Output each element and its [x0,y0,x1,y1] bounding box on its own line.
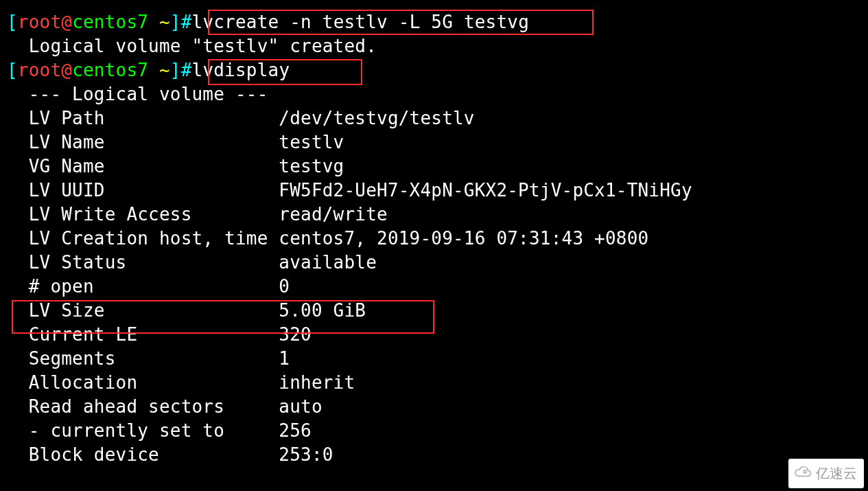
lv-label: Current LE [7,324,279,345]
lv-row: LV Size 5.00 GiB [7,300,366,321]
prompt-line-2: [root@centos7 ~]#lvdisplay [7,60,290,80]
lv-row: LV Path /dev/testvg/testlv [7,108,475,128]
lv-label: LV Write Access [7,204,279,225]
lv-row: Allocation inherit [7,372,355,393]
lv-value: /dev/testvg/testlv [279,108,474,128]
lv-value: 5.00 GiB [279,300,366,321]
prompt-user: root [18,60,61,80]
terminal-output[interactable]: [root@centos7 ~]#lvcreate -n testlv -L 5… [0,0,868,474]
prompt-at: @ [61,12,72,32]
prompt-hash: # [181,12,192,32]
watermark-badge: 亿速云 [788,459,864,488]
lv-value: FW5Fd2-UeH7-X4pN-GKX2-PtjV-pCx1-TNiHGy [279,180,692,201]
lv-row: Block device 253:0 [7,444,333,465]
lv-row: Segments 1 [7,348,290,369]
lv-value: testvg [279,156,344,176]
lv-value: available [279,252,377,273]
prompt-line-1: [root@centos7 ~]#lvcreate -n testlv -L 5… [7,12,529,32]
prompt-at: @ [61,60,72,80]
lv-label: LV UUID [7,180,279,201]
lv-row: LV UUID FW5Fd2-UeH7-X4pN-GKX2-PtjV-pCx1-… [7,180,692,201]
lv-label: LV Size [7,300,279,321]
lv-value: centos7, 2019-09-16 07:31:43 +0800 [279,228,648,249]
prompt-space [148,60,159,80]
lv-label: Allocation [7,372,279,393]
command-lvdisplay: lvdisplay [192,60,290,80]
prompt-path: ~ [159,12,170,32]
prompt-host: centos7 [72,12,148,32]
lv-value: 0 [279,276,290,297]
lv-value: read/write [279,204,388,225]
lv-label: Read ahead sectors [7,396,279,417]
lv-row: VG Name testvg [7,156,344,176]
lv-value: auto [279,396,322,417]
lv-row: LV Name testlv [7,132,344,152]
lv-value: inherit [279,372,355,393]
lv-value: 253:0 [279,444,333,465]
lv-label: Block device [7,444,279,465]
svg-point-0 [804,470,806,473]
prompt-close-bracket: ] [170,60,181,80]
prompt-path: ~ [159,60,170,80]
lv-row: LV Write Access read/write [7,204,388,225]
lv-row: - currently set to 256 [7,420,312,441]
lv-label: LV Creation host, time [7,228,279,249]
prompt-close-bracket: ] [170,12,181,32]
lv-label: LV Name [7,132,279,152]
lv-row: LV Creation host, time centos7, 2019-09-… [7,228,648,249]
prompt-hash: # [181,60,192,80]
lv-value: 320 [279,324,312,345]
lv-value: 1 [279,348,290,369]
prompt-host: centos7 [72,60,148,80]
lv-row: # open 0 [7,276,290,297]
lv-value: testlv [279,132,344,152]
lv-row: LV Status available [7,252,377,273]
prompt-open-bracket: [ [7,60,18,80]
watermark-text: 亿速云 [816,461,857,486]
lv-label: LV Path [7,108,279,128]
lv-label: LV Status [7,252,279,273]
lv-value: 256 [279,420,312,441]
output-lvcreate: Logical volume "testlv" created. [7,36,377,56]
prompt-space [148,12,159,32]
lvdisplay-header: --- Logical volume --- [7,84,268,104]
lv-row: Read ahead sectors auto [7,396,322,417]
lv-label: Segments [7,348,279,369]
lv-label: - currently set to [7,420,279,441]
lv-label: VG Name [7,156,279,176]
lv-label: # open [7,276,279,297]
prompt-open-bracket: [ [7,12,18,32]
cloud-icon [794,461,812,486]
prompt-user: root [18,12,61,32]
lv-row: Current LE 320 [7,324,312,345]
command-lvcreate: lvcreate -n testlv -L 5G testvg [192,12,529,32]
